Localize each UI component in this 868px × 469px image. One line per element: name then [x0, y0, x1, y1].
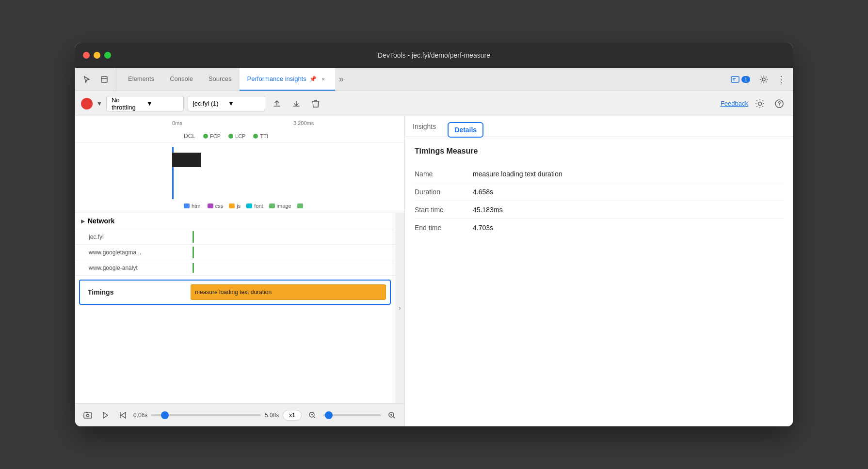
network-section-header[interactable]: ▶ Network [75, 213, 395, 229]
collapse-handle[interactable]: › [395, 213, 404, 403]
panel-content: Timings Measure Name measure loading tex… [405, 137, 793, 426]
timings-label: Timings [80, 288, 187, 296]
pin-icon: 📌 [309, 76, 317, 82]
expand-icon: ▶ [81, 219, 85, 224]
net-row-bar-1 [192, 245, 395, 260]
net-row-bar-2 [192, 260, 395, 275]
back-to-start-button[interactable] [116, 408, 129, 422]
svg-line-19 [393, 417, 395, 418]
target-dropdown[interactable]: jec.fyi (1) ▼ [188, 96, 265, 111]
details-val-2: 45.183ms [473, 206, 502, 214]
svg-point-10 [87, 414, 89, 417]
timings-bar-label: measure loading text duration [195, 289, 272, 296]
progress-track[interactable] [151, 414, 261, 416]
section-title: Timings Measure [415, 147, 783, 156]
toolbar-settings-button[interactable] [752, 96, 768, 111]
screenshot-button[interactable] [81, 408, 95, 422]
network-section: ▶ Network jec.fyi www.googletagma... [75, 213, 395, 403]
record-button[interactable] [81, 98, 93, 109]
target-label: jec.fyi (1) [193, 100, 225, 107]
timings-row[interactable]: Timings measure loading text duration [79, 280, 391, 305]
svg-point-5 [762, 78, 765, 81]
tti-legend: TTI [253, 133, 268, 139]
js-legend: js [229, 203, 241, 209]
tab-performance-insights[interactable]: Performance insights 📌 × [240, 68, 335, 91]
details-row-3: End time 4.703s [415, 219, 783, 236]
svg-rect-9 [84, 413, 92, 418]
speed-button[interactable]: x1 [283, 410, 302, 421]
maximize-button[interactable] [104, 52, 111, 59]
feedback-button[interactable]: Feedback [721, 100, 748, 107]
left-panel: 0ms 3,200ms DCL FCP LCP [75, 116, 405, 426]
throttling-dropdown[interactable]: No throttling ▼ [106, 96, 184, 111]
zoom-track[interactable] [323, 414, 381, 416]
dock-icon-button[interactable] [96, 72, 112, 87]
zoom-in-button[interactable] [385, 408, 399, 422]
timeline-area: 0ms 3,200ms DCL FCP LCP [75, 116, 404, 213]
svg-point-8 [779, 105, 780, 106]
timeline-body[interactable] [75, 143, 404, 201]
time-start-label: 0ms [172, 120, 182, 126]
progress-thumb[interactable] [161, 411, 169, 419]
minimize-button[interactable] [94, 52, 100, 59]
collapse-arrow-icon: › [399, 305, 401, 312]
net-row-2[interactable]: www.google-analyt [75, 260, 395, 276]
record-dropdown-arrow[interactable]: ▼ [96, 100, 102, 107]
font-legend: font [246, 203, 263, 209]
html-legend: html [184, 203, 202, 209]
time-end-label: 3,200ms [293, 120, 314, 126]
net-row-label-2: www.google-analyt [75, 265, 192, 271]
throttling-arrow-icon: ▼ [146, 100, 178, 107]
tabbar: Elements Console Sources Performance ins… [75, 68, 793, 91]
tab-more-button[interactable]: » [335, 68, 348, 91]
tab-sources[interactable]: Sources [201, 68, 240, 91]
devtools-window: DevTools - jec.fyi/demo/perf-measure Ele… [75, 43, 793, 426]
net-row-0[interactable]: jec.fyi [75, 229, 395, 245]
more-options-button[interactable]: ⋮ [773, 72, 789, 87]
css-legend: css [208, 203, 224, 209]
details-key-2: Start time [415, 206, 473, 214]
play-button[interactable] [98, 408, 112, 422]
upload-button[interactable] [269, 96, 285, 111]
tabbar-nav-icons [79, 68, 116, 91]
close-button[interactable] [83, 52, 90, 59]
time-start-display: 0.06s [133, 412, 147, 419]
net-bar-indicator-1 [193, 247, 194, 258]
net-bar-indicator-0 [193, 231, 194, 243]
tab-details[interactable]: Details [448, 122, 483, 138]
svg-line-15 [314, 417, 315, 418]
titlebar: DevTools - jec.fyi/demo/perf-measure [75, 43, 793, 68]
target-arrow-icon: ▼ [228, 100, 260, 107]
details-val-0: measure loading text duration [473, 170, 562, 178]
image-legend: image [269, 203, 291, 209]
right-panel: Insights Details Timings Measure Name me… [405, 116, 793, 426]
tab-insights[interactable]: Insights [413, 123, 436, 136]
tab-close-icon[interactable]: × [320, 75, 327, 83]
legend-bar: html css js font [75, 201, 404, 211]
tab-elements[interactable]: Elements [120, 68, 162, 91]
details-key-1: Duration [415, 188, 473, 196]
net-row-1[interactable]: www.googletagma... [75, 245, 395, 260]
toolbar-help-button[interactable] [772, 96, 787, 111]
network-rows: jec.fyi www.googletagma... [75, 229, 395, 276]
net-row-label-0: jec.fyi [75, 234, 192, 240]
download-button[interactable] [289, 96, 304, 111]
cursor-icon-button[interactable] [79, 72, 95, 87]
details-val-1: 4.658s [473, 188, 493, 196]
throttling-label: No throttling [112, 96, 144, 111]
zoom-out-button[interactable] [305, 408, 319, 422]
details-row-0: Name measure loading text duration [415, 165, 783, 183]
network-label: Network [88, 217, 114, 225]
details-row-1: Duration 4.658s [415, 183, 783, 201]
bottom-bar: 0.06s 5.08s x1 [75, 403, 404, 426]
details-key-3: End time [415, 224, 473, 232]
dcl-marker: DCL [184, 133, 195, 140]
svg-rect-0 [101, 77, 107, 82]
fcp-legend: FCP [203, 133, 221, 139]
feedback-badge-button[interactable]: 1 [727, 74, 754, 85]
timings-bar-area: measure loading text duration [187, 281, 390, 304]
tab-console[interactable]: Console [162, 68, 201, 91]
settings-tab-button[interactable] [756, 72, 772, 87]
delete-button[interactable] [308, 96, 323, 111]
zoom-thumb[interactable] [325, 411, 333, 419]
